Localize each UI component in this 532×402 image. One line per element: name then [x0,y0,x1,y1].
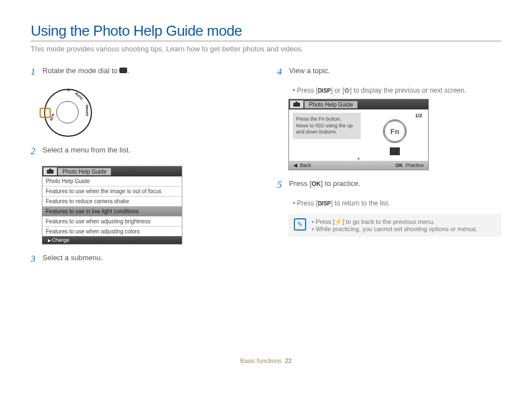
right-column: 4 View a topic. • Press [DISP] or [] to … [277,66,501,274]
note-line-1: Press [] to go back to the previous menu… [312,218,477,226]
practice-label: OK Practice [395,162,424,168]
step-number: 1 [31,66,41,78]
svg-rect-0 [47,170,54,174]
back-label: ◀ Back [293,162,311,168]
footer-page: 22 [285,357,292,364]
page-indicator: 1/2 [415,113,422,118]
step-number: 3 [31,253,41,265]
flash-icon [335,218,342,225]
menu-item: Features to reduce camera shake [42,197,182,207]
step-5-post: ] to practice. [321,179,360,188]
screen-title: Photo Help Guide [304,101,357,108]
bullet-text: Press [ [297,87,318,94]
step-5-pre: Press [ [289,179,311,188]
step-1-text: Rotate the mode dial to [42,66,119,75]
svg-rect-3 [296,102,298,103]
iso-icon [390,147,400,155]
step-1: 1 Rotate the mode dial to . [31,66,255,78]
footer-section: Basic functions [240,357,282,364]
guide-mode-icon [43,168,57,175]
step-number: 2 [31,146,41,157]
guide-mode-icon [290,100,303,108]
step-2: 2 Select a menu from the list. [31,146,255,157]
disp-button-label: DISP [318,200,331,207]
bullet-text: ] to display the previous or next screen… [350,87,466,94]
intro-text: This mode provides various shooting tips… [31,45,501,53]
screen-instruction-text: Press the Fn button.Move to ISO using th… [293,113,361,139]
fn-button-icon: Fn [383,119,407,143]
svg-rect-1 [49,169,51,170]
step-number: 4 [277,66,287,78]
menu-item: Photo Help Guide [42,176,182,186]
step-2-text: Select a menu from the list. [42,146,130,154]
page-footer: Basic functions 22 [31,357,501,364]
menu-item: Features to use when adjusting colors [42,227,182,236]
note-icon: ✎ [294,218,306,231]
bullet-text: ] to return to the list. [331,199,390,207]
step-1-tail: . [127,66,129,75]
step-4-bullet: • Press [DISP] or [] to display the prev… [293,87,501,94]
dial-selection-highlight [40,108,51,118]
topic-screenshot: Photo Help Guide Press the Fn button.Mov… [288,99,429,170]
left-column: 1 Rotate the mode dial to . P AUTO SMART… [31,66,255,274]
menu-footer: Change [42,236,182,244]
note-line-2: While practicing, you cannot set shootin… [312,226,477,232]
disp-button-label: DISP [318,88,331,94]
mode-dial-illustration: P AUTO SMART SCN [42,87,255,137]
step-4-text: View a topic. [289,66,330,75]
bullet-text: Press [ [297,199,318,207]
step-5: 5 Press [OK] to practice. [277,179,501,190]
menu-item: Features to use when the image is out of… [42,186,182,197]
menu-item: Features to use in low light conditions [42,207,182,217]
step-4: 4 View a topic. [277,66,501,78]
menu-screenshot: Photo Help Guide Photo Help GuideFeature… [42,166,182,245]
macro-icon [344,87,350,94]
step-3-text: Select a submenu. [42,253,103,262]
step-5-bullet: • Press [DISP] to return to the list. [293,199,501,207]
note-box: ✎ Press [] to go back to the previous me… [288,214,501,237]
bullet-text: ] or [ [331,87,344,94]
mode-dial-guide-icon [119,68,127,73]
svg-rect-2 [293,103,300,107]
menu-item: Features to use when adjusting brightnes… [42,217,182,227]
page-title: Using the Photo Help Guide mode [31,22,501,41]
menu-title: Photo Help Guide [58,168,111,175]
dial-label-smart: SMART [85,104,89,116]
ok-button-label: OK [312,180,321,187]
step-number: 5 [277,179,287,190]
step-3: 3 Select a submenu. [31,253,255,265]
